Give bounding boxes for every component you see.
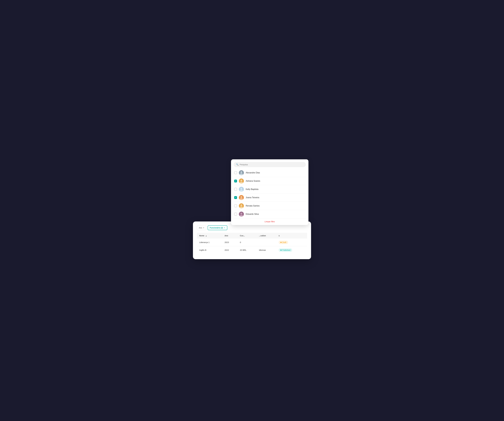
svg-point-16 [240,213,242,214]
table-header-row: Nome ▲ Ano Cus... ...cation s [197,233,307,238]
avatar-joana [239,195,244,200]
status-badge-draft: Draft [279,241,288,244]
svg-point-13 [240,204,242,206]
person-item-alexandre[interactable]: Alexandre Dias [234,169,306,177]
search-icon: 🔍 [236,163,239,166]
svg-point-7 [240,188,242,190]
divider [234,193,306,194]
col-custo-label: Cus... [240,235,245,237]
custo-value-1: 0 [240,241,241,244]
cell-status-2: Published [276,246,307,254]
col-status-label: s [279,235,280,237]
person-item-eduardo[interactable]: Eduardo Silva [234,210,306,218]
search-input[interactable] [240,163,303,166]
svg-point-10 [240,196,242,198]
person-name-alexandre: Alexandre Dias [246,171,260,174]
custo-value-2: 20 BRL [240,249,246,251]
filters-row: Ano ▼ Funcionário (2) ▼ [197,226,307,230]
person-list: Alexandre Dias Adriana Soares [234,169,306,218]
col-status: s [276,233,307,238]
avatar-kelly [239,187,244,192]
svg-point-1 [240,171,242,173]
ano-value-2: 2022 [225,249,229,251]
clear-filter-button[interactable]: Limpar filtro [234,219,306,223]
divider [234,177,306,177]
draft-dot-icon [281,242,282,243]
cell-nome-2: Inglês B [197,246,222,254]
cell-custo-2: 20 BRL [238,246,257,254]
person-name-renata: Renata Santos [246,205,260,207]
person-name-joana: Joana Teixeira [246,196,259,199]
published-dot-icon [281,250,282,251]
ano-filter-label: Ano [199,227,202,229]
categoria-value-2: Idiomas [259,249,266,251]
cell-status-1: Draft [276,238,307,246]
checkbox-alexandre[interactable] [234,171,237,174]
person-item-adriana[interactable]: Adriana Soares [234,177,306,185]
person-name-adriana: Adriana Soares [246,180,260,182]
col-categoria-label: ...cation [259,235,266,237]
person-item-renata[interactable]: Renata Santos [234,202,306,210]
person-name-eduardo: Eduardo Silva [246,213,259,215]
person-item-joana[interactable]: Joana Teixeira [234,194,306,201]
cell-categoria-1 [257,238,276,246]
cell-ano-1: 2023 [222,238,238,246]
person-name-kelly: Kelly Baptista [246,188,258,190]
col-nome-label: Nome [199,235,204,237]
dropdown-panel: 🔍 Alexandre Dias [231,159,308,225]
table-row: Liderança 1 2023 0 Draft [197,238,307,246]
funcionario-filter-label: Funcionário (2) [210,227,223,229]
checkbox-adriana[interactable] [234,180,237,183]
data-table: Nome ▲ Ano Cus... ...cation s [197,233,307,254]
avatar-adriana [239,178,244,183]
ano-chevron-icon: ▼ [203,227,204,229]
divider-bottom [234,218,306,218]
cell-categoria-2: Idiomas [257,246,276,254]
svg-point-4 [240,180,242,181]
col-categoria: ...cation [257,233,276,238]
cell-ano-2: 2022 [222,246,238,254]
checkbox-kelly[interactable] [234,188,237,191]
cell-custo-1: 0 [238,238,257,246]
cell-nome-1: Liderança 1 [197,238,222,246]
table-card: Ano ▼ Funcionário (2) ▼ Nome ▲ Ano [193,221,311,259]
col-nome: Nome ▲ [197,233,222,238]
table-row: Inglês B 2022 20 BRL Idiomas Publi [197,246,307,254]
col-custo: Cus... [238,233,257,238]
divider [234,210,306,210]
col-ano: Ano [222,233,238,238]
nome-value-1: Liderança 1 [199,241,210,244]
scene: 🔍 Alexandre Dias [193,159,311,262]
checkbox-eduardo[interactable] [234,213,237,216]
draft-label: Draft [282,241,286,244]
funcionario-chevron-icon: ▼ [224,227,225,229]
checkbox-joana[interactable] [234,196,237,199]
ano-filter-button[interactable]: Ano ▼ [197,226,206,230]
funcionario-filter-button[interactable]: Funcionário (2) ▼ [208,226,227,230]
person-item-kelly[interactable]: Kelly Baptista [234,185,306,193]
checkbox-renata[interactable] [234,204,237,207]
avatar-alexandre [239,170,244,175]
avatar-eduardo [239,212,244,217]
avatar-renata [239,203,244,208]
col-ano-label: Ano [225,235,228,237]
sort-arrow-icon: ▲ [205,235,207,237]
search-bar[interactable]: 🔍 [234,162,306,167]
ano-value-1: 2023 [225,241,229,244]
status-badge-published: Published [279,248,292,252]
nome-value-2: Inglês B [199,249,206,251]
published-label: Published [282,249,290,251]
